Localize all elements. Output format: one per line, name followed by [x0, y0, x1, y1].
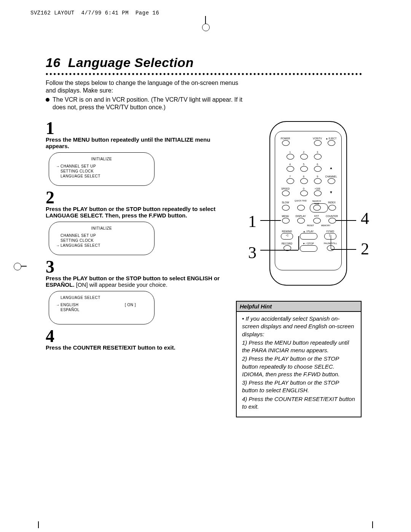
step-text-1: Press the MENU button repeatedly until t… [46, 136, 225, 149]
osd-title: INITIALIZE [56, 226, 147, 231]
remote-diagram: POWER VCR/TV ▲ EJECT 1 2 3 4 5 6 [259, 121, 358, 286]
crop-mark-bottom-left [38, 521, 39, 528]
callout-1: 1 [248, 212, 256, 231]
step-text-4: Press the COUNTER RESET/EXIT button to e… [46, 344, 225, 351]
step-number-2: 2 [46, 189, 225, 206]
step-text-3: Press the PLAY button or the STOP button… [46, 275, 225, 288]
callout-4: 4 [361, 209, 369, 228]
right-column: POWER VCR/TV ▲ EJECT 1 2 3 4 5 6 [236, 117, 362, 417]
hint-body: • If you accidentally select Spanish on-… [237, 312, 361, 417]
callout-3: 3 [248, 243, 256, 262]
crop-mark-bottom-right [372, 521, 373, 528]
hint-title: Helpful Hint [237, 302, 361, 312]
remote-outline: POWER VCR/TV ▲ EJECT 1 2 3 4 5 6 [269, 121, 347, 286]
steps-column: 1 Press the MENU button repeatedly until… [46, 117, 225, 417]
osd-language-select: LANGUAGE SELECT →ENGLISH[ ON ] ESPAÑOL [49, 291, 155, 324]
content-area: 16 Language Selection ••••••••••••••••••… [46, 55, 362, 417]
page-title: 16 Language Selection [46, 55, 362, 70]
osd-title: LANGUAGE SELECT [56, 295, 147, 300]
bullet-icon [46, 98, 49, 102]
intro-text: Follow the steps below to change the lan… [46, 79, 244, 94]
callout-2: 2 [361, 239, 369, 259]
page: SVZ162 LAYOUT 4/7/99 6:41 PM Page 16 16 … [0, 0, 411, 532]
helpful-hint-box: Helpful Hint • If you accidentally selec… [236, 301, 362, 417]
step-text-2: Press the PLAY button or the STOP button… [46, 206, 225, 219]
step-number-3: 3 [46, 258, 225, 276]
title-rule: ••••••••••••••••••••••••••••••••••••••••… [46, 72, 362, 75]
bullet-text: The VCR is on and in VCR position. (The … [53, 96, 244, 111]
slug-line: SVZ162 LAYOUT 4/7/99 6:41 PM Page 16 [30, 10, 159, 16]
osd-initialize-1: INITIALIZE →CHANNEL SET UP SETTING CLOCK… [49, 152, 155, 186]
osd-title: INITIALIZE [56, 157, 147, 161]
step-number-4: 4 [46, 328, 225, 345]
intro-bullet: The VCR is on and in VCR position. (The … [46, 96, 244, 111]
step-number-1: 1 [46, 120, 225, 137]
osd-initialize-2: INITIALIZE CHANNEL SET UP SETTING CLOCK … [49, 222, 155, 255]
crop-mark-top [200, 16, 211, 27]
